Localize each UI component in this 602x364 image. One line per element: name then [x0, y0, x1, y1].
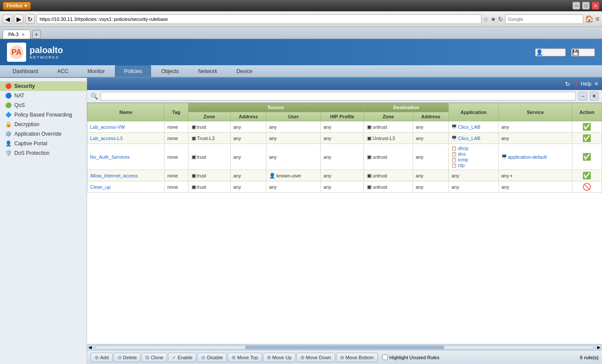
scroll-right-btn[interactable]: ▶ [596, 345, 602, 350]
close-button[interactable]: ✕ [592, 2, 599, 10]
tab-label: PA-3 [8, 32, 19, 37]
search-bar[interactable] [505, 14, 583, 24]
save-button[interactable]: 💾 Save [571, 48, 595, 57]
sidebar-item-qos[interactable]: 🟢 QoS [0, 100, 87, 110]
rule-name-link[interactable]: Allow_Internet_access [90, 173, 138, 178]
tab-objects[interactable]: Objects [152, 65, 188, 77]
sidebar-item-decryption[interactable]: 🔒 Decryption [0, 120, 87, 129]
rule-src-address: any [230, 144, 266, 170]
rule-dst-zone: 🔳untrust [364, 181, 413, 193]
sidebar-item-pbf[interactable]: 🔷 Policy Based Forwarding [0, 110, 87, 120]
bookmark-icon[interactable]: ☆ [483, 16, 489, 23]
sidebar-label-decryption: Decryption [14, 121, 39, 127]
delete-icon: ⊖ [118, 354, 122, 361]
scrollbar-track[interactable] [95, 345, 594, 350]
move-down-button[interactable]: ⊕ Move Down [296, 353, 335, 362]
search-forward-button[interactable]: → [578, 92, 587, 100]
new-tab-button[interactable]: + [32, 30, 41, 39]
tab-acc[interactable]: ACC [48, 65, 77, 77]
rule-dst-address: any [413, 121, 449, 133]
col-hip-profile: HIP Profile [321, 112, 364, 121]
rule-src-address: any [230, 121, 266, 133]
forward-button[interactable]: ▶ [14, 14, 24, 24]
app-icon: 🖥️ [451, 124, 457, 129]
home-icon[interactable]: 🏠 [585, 15, 594, 23]
app-link-dns[interactable]: dns [458, 151, 466, 157]
help-button[interactable]: ❓ Help [573, 81, 592, 87]
col-service: Service [498, 103, 572, 121]
disable-icon: ⊘ [201, 354, 205, 361]
panel-refresh-button[interactable]: ↻ [565, 80, 570, 87]
delete-button[interactable]: ⊖ Delete [114, 353, 141, 362]
col-name: Name [87, 103, 165, 121]
rule-name-link[interactable]: No_Auth_Services [90, 154, 130, 160]
tab-policies[interactable]: Policies [115, 65, 151, 77]
rule-src-user: 👤known-user [266, 170, 321, 181]
service-link[interactable]: application-default [508, 154, 547, 160]
firefox-button[interactable]: Firefox ▾ [3, 2, 31, 10]
app-link-icmp[interactable]: icmp [458, 157, 468, 162]
move-top-button[interactable]: ⊕ Move Top [228, 353, 262, 362]
rule-name-link[interactable]: Lab_access-VW [90, 124, 125, 130]
move-up-button[interactable]: ⊕ Move Up [263, 353, 296, 362]
tab-close-icon[interactable]: ✕ [21, 32, 25, 37]
rule-tag: none [165, 181, 188, 193]
sidebar-item-captive-portal[interactable]: 👤 Captive Portal [0, 139, 87, 148]
highlight-unused-rules[interactable]: Highlight Unused Rules [382, 354, 440, 360]
panel-close-button[interactable]: ✕ [594, 81, 599, 87]
scroll-left-btn[interactable]: ◀ [87, 345, 93, 350]
refresh-button[interactable]: ↻ [25, 14, 35, 24]
clone-button[interactable]: ⧉ Clone [141, 353, 167, 362]
search-input[interactable] [101, 92, 576, 100]
address-bar[interactable] [37, 14, 481, 24]
search-close-button[interactable]: ✕ [590, 92, 599, 100]
move-bottom-button[interactable]: ⊕ Move Bottom [336, 353, 378, 362]
rule-action: ✅ [572, 133, 602, 144]
rule-service: any [498, 121, 572, 133]
app-link[interactable]: Clico_LAB [458, 124, 480, 130]
sidebar-item-app-override[interactable]: ⚙️ Application Override [0, 129, 87, 139]
table-row: Clean_up none 🔳trust any any any 🔳untrus… [87, 181, 602, 193]
service-icon: 🖥️ [501, 154, 507, 159]
window-controls: ─ □ ✕ [572, 2, 599, 10]
rule-src-user: any [266, 133, 321, 144]
horizontal-scrollbar[interactable]: ◀ ▶ [87, 344, 602, 350]
scrollbar-thumb[interactable] [245, 346, 444, 349]
dropdown-icon[interactable]: ▾ [510, 174, 512, 178]
maximize-button[interactable]: □ [582, 2, 590, 10]
back-button[interactable]: ◀ [3, 14, 12, 24]
highlight-checkbox[interactable] [382, 354, 388, 360]
browser-tab-pa3[interactable]: PA-3 ✕ [3, 30, 30, 39]
sidebar-item-security[interactable]: 🔴 Security [0, 81, 87, 91]
app-icon: 📋 [451, 157, 457, 162]
sidebar-item-nat[interactable]: 🔵 NAT [0, 91, 87, 100]
bookmark-star-icon[interactable]: ★ [491, 16, 496, 23]
search-icon[interactable]: 🔍 [91, 93, 98, 100]
rule-src-user: any [266, 181, 321, 193]
app-link-ntp[interactable]: ntp [458, 163, 464, 168]
table-row: Lab_access-L3 none 🔳Trust-L3 any any any… [87, 133, 602, 144]
commit-label: Commit [545, 49, 565, 56]
tab-dashboard[interactable]: Dashboard [3, 65, 47, 77]
rule-src-zone: 🔳trust [188, 121, 230, 133]
rule-name-link[interactable]: Clean_up [90, 184, 111, 190]
add-button[interactable]: ⊕ Add [91, 353, 113, 362]
menu-icon[interactable]: ≡ [595, 15, 599, 23]
app-link-dhcp[interactable]: dhcp [458, 146, 468, 151]
enable-button[interactable]: ✓ Enable [168, 353, 196, 362]
tab-network[interactable]: Network [189, 65, 226, 77]
rule-name-link[interactable]: Lab_access-L3 [90, 136, 123, 141]
highlight-label: Highlight Unused Rules [390, 355, 440, 360]
refresh-icon[interactable]: ↻ [498, 16, 503, 23]
tab-device[interactable]: Device [227, 65, 262, 77]
commit-button[interactable]: 👤 Commit [535, 48, 566, 57]
sidebar-label-app-override: Application Override [14, 131, 61, 137]
captive-portal-icon: 👤 [5, 140, 12, 147]
minimize-button[interactable]: ─ [572, 2, 580, 10]
sidebar-item-dos-protection[interactable]: 🛡️ DoS Protection [0, 148, 87, 158]
disable-label: Disable [207, 355, 223, 360]
rule-src-zone: 🔳trust [188, 144, 230, 170]
tab-monitor[interactable]: Monitor [78, 65, 114, 77]
disable-button[interactable]: ⊘ Disable [197, 353, 227, 362]
app-link[interactable]: Clico_LAB [458, 136, 480, 141]
